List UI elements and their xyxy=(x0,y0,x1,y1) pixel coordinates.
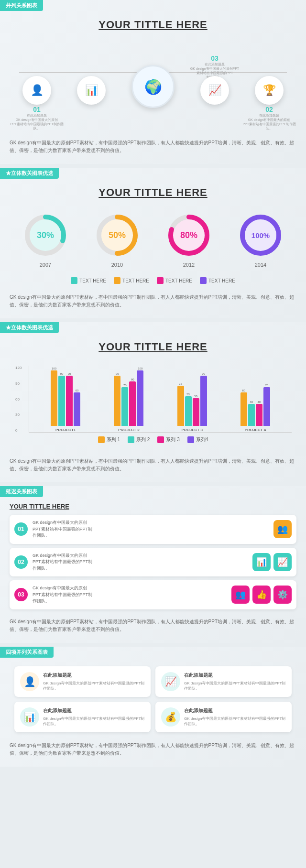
section-bar: ★立体数关图表优选 YOUR TITTLE HERE 120 90 60 30 … xyxy=(0,322,306,482)
section-four: 四项并列关系图表 👤 在此添加题题 GK design有中国最大的原创PPT素材… xyxy=(0,647,306,767)
donut-item-2: 50% 2010 xyxy=(93,211,141,268)
bar-4-3 xyxy=(256,404,262,426)
section-desc-5: GK design有中国最大的原创PPT素材站，有中国最强的PPT制作团队，有人… xyxy=(0,737,306,757)
section-desc-3: GK design有中国最大的原创PPT素材站，有中国最强的PPT制作团队，有人… xyxy=(0,453,306,473)
legend-dot-4 xyxy=(200,277,207,284)
four-desc-4: GK design有中国最大的原创PPT素材站有中国最强的PPT制作团队。 xyxy=(184,716,286,727)
bar-legend-dot-3 xyxy=(157,436,164,443)
bar-4-1 xyxy=(240,392,247,426)
four-desc-1: GK design有中国最大的原创PPT素材站有中国最强的PPT制作团队。 xyxy=(43,681,145,691)
bar-2-1 xyxy=(114,376,120,426)
bar-4-2 xyxy=(248,404,255,426)
four-label-2: 在此添加题题 xyxy=(184,672,286,679)
bar-2-2 xyxy=(121,387,128,426)
four-icon-2: 📈 xyxy=(161,672,180,691)
bar-chart-area: 100 90 90 60 xyxy=(29,366,292,433)
section-timeline: 并列关系图表 YOUR TITTLE HERE 👤 01 在此添加题题GK de… xyxy=(0,0,306,164)
bar-legend-label-3: 系列 3 xyxy=(166,436,179,443)
four-label-1: 在此添加题题 xyxy=(43,672,145,679)
bar-group-3: 72 53 50 90 xyxy=(161,366,224,432)
four-icon-4: 💰 xyxy=(161,707,180,727)
timeline-nodes: 👤 01 在此添加题题GK design有中国最大的原创PPT素材站有中国最强的… xyxy=(10,53,296,108)
four-label-4: 在此添加题题 xyxy=(184,707,286,714)
bar-1-2 xyxy=(58,376,65,426)
four-item-4: 💰 在此添加题题 GK design有中国最大的原创PPT素材站有中国最强的PP… xyxy=(155,702,292,732)
timeline-node-3: 🌍 xyxy=(131,65,175,108)
donut-label-4: 100% xyxy=(251,231,270,239)
legend-2: TEXT HERE xyxy=(114,277,149,284)
rel-icons-2: 📊 📈 xyxy=(252,553,292,571)
bar-legend-dot-2 xyxy=(128,436,134,443)
rel-icon-3-2: 👍 xyxy=(252,586,271,604)
four-icon-3: 📊 xyxy=(20,707,39,727)
y-label-30: 30 xyxy=(15,412,22,417)
four-label-3: 在此添加题题 xyxy=(43,707,145,714)
rel-text-2: GK design有中国最大的原创PPT素材站有中国最强的PPT制作团队。 xyxy=(33,553,248,572)
rel-num-3: 03 xyxy=(14,588,28,601)
node-circle-4: 📈 xyxy=(200,76,229,105)
donut-wrapper-4: 100% xyxy=(237,211,284,259)
four-col-grid: 👤 在此添加题题 GK design有中国最大的原创PPT素材站有中国最强的PP… xyxy=(0,662,306,738)
section-desc-2: GK design有中国最大的原创PPT素材站，有中国最强的PPT制作团队，有人… xyxy=(0,289,306,309)
section-desc-1: GK design有中国最大的原创PPT素材站，有中国最强的PPT制作团队，有人… xyxy=(0,134,306,154)
node-circle-5: 🏆 xyxy=(255,76,284,105)
bars-2: 90 70 80 100 xyxy=(114,366,143,426)
node-circle-2: 📊 xyxy=(77,76,106,105)
y-label-60: 60 xyxy=(15,397,22,401)
bar-legend-label-4: 系列4 xyxy=(196,436,208,443)
bar-3-1 xyxy=(177,386,184,426)
bar-val-1-2: 90 xyxy=(60,372,64,375)
bar-2-4 xyxy=(137,370,143,426)
bar-group-label-4: PROJECT 4 xyxy=(245,428,266,432)
bar-group-2: 90 70 80 100 xyxy=(97,366,160,432)
donut-item-3: 80% 2012 xyxy=(165,211,213,268)
four-item-1: 👤 在此添加题题 GK design有中国最大的原创PPT素材站有中国最强的PP… xyxy=(14,666,151,697)
section-tag-4: 延迟关系图表 xyxy=(0,486,43,497)
donut-year-4: 2014 xyxy=(255,262,266,268)
rel-text-3: GK design有中国最大的原创PPT素材站有中国最强的PPT制作团队。 xyxy=(33,585,227,605)
timeline-node-2: 📊 xyxy=(77,76,106,105)
donut-legend: TEXT HERE TEXT HERE TEXT HERE TEXT HERE xyxy=(0,277,306,284)
four-content-1: 在此添加题题 GK design有中国最大的原创PPT素材站有中国最强的PPT制… xyxy=(43,672,145,691)
four-desc-2: GK design有中国最大的原创PPT素材站有中国最强的PPT制作团队。 xyxy=(184,681,286,691)
donut-year-2: 2010 xyxy=(111,262,123,268)
donut-item-4: 100% 2014 xyxy=(237,211,284,268)
section-tag-5: 四项并列关系图表 xyxy=(0,647,54,658)
y-label-0: 0 xyxy=(15,428,22,433)
four-content-2: 在此添加题题 GK design有中国最大的原创PPT素材站有中国最强的PPT制… xyxy=(184,672,286,691)
legend-label-4: TEXT HERE xyxy=(208,278,235,283)
legend-4: TEXT HERE xyxy=(200,277,235,284)
bar-3-4 xyxy=(200,376,207,426)
bar-1-4 xyxy=(74,392,80,426)
bars-1: 100 90 90 60 xyxy=(51,366,80,426)
legend-dot-3 xyxy=(157,277,164,284)
donut-label-3: 80% xyxy=(180,230,197,240)
bar-chart-container: 120 90 60 30 0 100 90 xyxy=(0,361,306,453)
bar-group-label-2: PROJECT 2 xyxy=(118,428,139,432)
y-label-90: 90 xyxy=(15,381,22,386)
legend-dot-1 xyxy=(71,277,77,284)
rel-num-2: 02 xyxy=(14,555,28,569)
legend-3: TEXT HERE xyxy=(157,277,192,284)
timeline-container: 👤 01 在此添加题题GK design有中国最大的原创PPT素材站有中国最强的… xyxy=(0,39,306,134)
section-desc-4: GK design有中国最大的原创PPT素材站，有中国最强的PPT制作团队，有人… xyxy=(0,613,306,633)
rel-text-1: GK design有中国最大的原创PPT素材站有中国最强的PPT制作团队。 xyxy=(33,520,269,539)
bar-legend-3: 系列 3 xyxy=(157,436,179,443)
rel-icon-2-1: 📊 xyxy=(252,553,271,571)
bar-legend-dot-1 xyxy=(98,436,105,443)
donut-wrapper-2: 50% xyxy=(93,211,141,259)
legend-1: TEXT HERE xyxy=(71,277,106,284)
four-icon-1: 👤 xyxy=(20,672,39,691)
four-content-3: 在此添加题题 GK design有中国最大的原创PPT素材站有中国最强的PPT制… xyxy=(43,707,145,727)
node-circle-3: 🌍 xyxy=(131,65,175,108)
rel-icon-2-2: 📈 xyxy=(273,553,292,571)
node-label-1: 01 在此添加题题GK design有中国最大的原创PPT素材站有中国最强的PP… xyxy=(8,106,66,130)
donut-label-2: 50% xyxy=(109,230,126,240)
bar-1-3 xyxy=(66,376,73,426)
section-title-4: YOUR TITTLE HERE xyxy=(10,503,296,510)
donut-wrapper-1: 30% xyxy=(22,211,69,259)
timeline-node-4: 03 在此添加题题GK design有中国最大的原创PPT素材站有中国最强的PP… xyxy=(200,76,229,105)
four-item-2: 📈 在此添加题题 GK design有中国最大的原创PPT素材站有中国最强的PP… xyxy=(155,666,292,697)
timeline-node-5: 🏆 02 在此添加题题GK design有中国最大的原创PPT素材站有中国最强的… xyxy=(255,76,284,105)
donut-label-1: 30% xyxy=(37,230,54,240)
